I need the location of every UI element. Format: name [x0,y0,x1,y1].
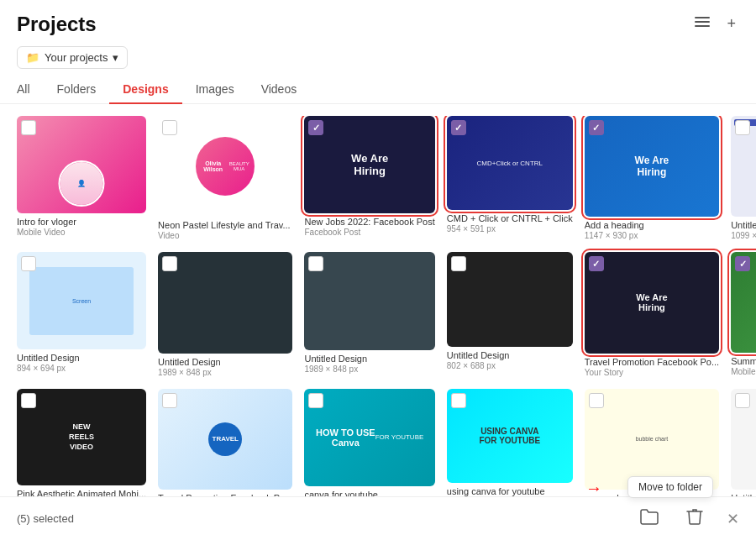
tabs-bar: All Folders Designs Images Videos [0,76,756,104]
card-thumb-3: CMD+Click or CNTRL [447,116,573,210]
card-thumb-15: USING CANVAFOR YOUTUBE [447,389,573,483]
card-checkbox-17[interactable] [735,393,750,408]
design-card-2[interactable]: We AreHiring New Jobs 2022: Facebook Pos… [304,116,434,240]
card-sublabel-11: Mobile Video [731,367,756,376]
card-checkbox-5[interactable] [735,120,750,135]
card-thumb-8 [304,252,434,349]
card-checkbox-7[interactable] [162,256,177,271]
card-thumb-12: NEWREELSVIDEO [17,389,146,486]
tab-images[interactable]: Images [182,76,248,104]
delete-button[interactable] [683,504,706,533]
card-label-15: using canva for youtube [447,486,573,496]
card-label-3: CMD + Click or CNTRL + Click [447,213,573,223]
card-thumb-7 [158,252,292,353]
card-label-6: Untitled Design [17,353,146,363]
card-label-9: Untitled Design [447,350,573,360]
card-thumb-9 [447,252,573,346]
move-to-folder-tooltip: Move to folder [627,476,713,498]
card-label-2: New Jobs 2022: Facebook Post [304,217,434,227]
project-selector-label: Your projects [45,51,108,64]
design-card-6[interactable]: Screen Untitled Design 894 × 694 px [17,252,146,376]
design-card-5[interactable]: Untitled Design 1099 × 823 px [731,116,756,240]
add-button[interactable]: + [723,12,739,36]
design-card-0[interactable]: 👤 Intro for vloger Mobile Video [17,116,146,240]
folder-action-wrap [636,505,663,533]
card-sublabel-3: 954 × 591 px [447,224,573,233]
tab-videos[interactable]: Videos [248,76,311,104]
card-checkbox-0[interactable] [21,120,36,135]
project-selector-button[interactable]: 📁 Your projects ▾ [17,46,128,69]
card-thumb-13: TRAVEL [158,389,292,490]
toolbar: 📁 Your projects ▾ [0,43,756,76]
card-checkbox-12[interactable] [21,393,36,408]
card-sublabel-8: 1989 × 848 px [304,364,434,374]
design-card-14[interactable]: HOW TO USECanvaFOR YOUTUBE canva for you… [304,389,434,513]
design-card-1[interactable]: Olivia WilsonBEAUTY MUA Neon Pastel Life… [158,116,292,240]
card-checkbox-3[interactable] [451,120,466,135]
card-label-4: Add a heading [585,220,719,230]
card-sublabel-2: Facebook Post [304,228,434,237]
design-card-7[interactable]: Untitled Design 1989 × 848 px [158,252,292,376]
card-sublabel-10: Your Story [585,368,719,377]
design-card-13[interactable]: TRAVEL Travel Promotion Facebook Po... F… [158,389,292,513]
card-checkbox-13[interactable] [162,393,177,408]
card-checkbox-14[interactable] [308,393,323,408]
card-sublabel-5: 1099 × 823 px [731,231,756,240]
card-sublabel-7: 1989 × 848 px [158,368,292,377]
header-actions: + [691,12,739,36]
card-thumb-16: bubble chart [585,389,719,490]
card-thumb-14: HOW TO USECanvaFOR YOUTUBE [304,389,434,486]
card-label-10: Travel Promotion Facebook Po... [585,357,719,367]
card-checkbox-8[interactable] [308,256,323,271]
tab-folders[interactable]: Folders [44,76,110,104]
card-sublabel-6: 894 × 694 px [17,364,146,373]
card-checkbox-11[interactable] [735,256,750,271]
card-thumb-0: 👤 [17,116,146,213]
design-card-9[interactable]: Untitled Design 802 × 688 px [447,252,573,376]
page-header: Projects + [0,0,756,43]
design-card-8[interactable]: Untitled Design 1989 × 848 px [304,252,434,376]
design-card-17[interactable]: FASHIONMAGAZINECOVER Untitled Design A4 [731,389,756,513]
card-thumb-1: Olivia WilsonBEAUTY MUA [158,116,292,217]
card-checkbox-6[interactable] [21,256,36,271]
card-label-8: Untitled Design [304,354,434,364]
card-sublabel-9: 802 × 688 px [447,361,573,370]
card-checkbox-16[interactable] [589,393,604,408]
tab-all[interactable]: All [17,76,44,104]
svg-rect-2 [695,25,710,27]
close-button[interactable]: ✕ [727,510,739,528]
design-card-3[interactable]: CMD+Click or CNTRL CMD + Click or CNTRL … [447,116,573,240]
card-thumb-4: We AreHiring [585,116,719,217]
card-sublabel-4: 1147 × 930 px [585,231,719,240]
card-label-11: Summer beach and ocean wav... [731,356,756,366]
move-to-folder-button[interactable] [636,505,663,533]
design-card-15[interactable]: USING CANVAFOR YOUTUBE using canva for y… [447,389,573,513]
card-thumb-10: We AreHiring [585,252,719,353]
card-checkbox-4[interactable] [589,120,604,135]
card-thumb-6: Screen [17,252,146,349]
card-checkbox-9[interactable] [451,256,466,271]
card-label-1: Neon Pastel Lifestyle and Trav... [158,220,292,230]
bottom-bar: (5) selected → Move to folder ✕ → [0,496,756,540]
selected-count: (5) selected [17,512,74,525]
tab-designs[interactable]: Designs [109,76,181,104]
design-card-10[interactable]: We AreHiring Travel Promotion Facebook P… [585,252,719,376]
designs-grid: 👤 Intro for vloger Mobile Video Olivia W… [0,116,756,519]
card-thumb-2: We AreHiring [304,116,434,213]
design-card-11[interactable]: SUMMERVACATION Summer beach and ocean wa… [731,252,756,376]
design-card-12[interactable]: NEWREELSVIDEO Pink Aesthetic Animated Mo… [17,389,146,513]
card-sublabel-1: Video [158,231,292,240]
bottom-actions: → Move to folder ✕ → [636,504,739,533]
design-card-4[interactable]: We AreHiring Add a heading 1147 × 930 px [585,116,719,240]
card-checkbox-1[interactable] [162,120,177,135]
card-checkbox-2[interactable] [308,120,323,135]
card-checkbox-15[interactable] [451,393,466,408]
page-title: Projects [17,13,97,36]
list-view-button[interactable] [691,12,713,36]
card-checkbox-10[interactable] [589,256,604,271]
list-icon [695,17,710,29]
delete-icon [686,507,703,526]
chevron-down-icon: ▾ [113,51,118,64]
folder-icon [639,508,659,525]
card-thumb-17: FASHIONMAGAZINECOVER [731,389,756,490]
